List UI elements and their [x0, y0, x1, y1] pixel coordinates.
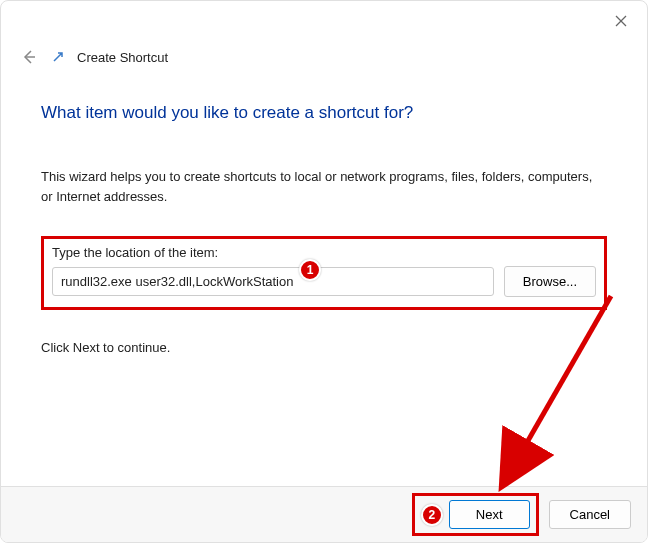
location-input-row: Browse...: [52, 266, 596, 297]
next-button-highlight: 2 Next: [412, 493, 539, 536]
titlebar: Create Shortcut: [1, 1, 647, 75]
location-input[interactable]: [52, 267, 494, 296]
page-heading: What item would you like to create a sho…: [41, 103, 607, 123]
content-area: What item would you like to create a sho…: [1, 75, 647, 375]
annotation-badge-1: 1: [299, 259, 321, 281]
continue-text: Click Next to continue.: [41, 340, 607, 355]
browse-button[interactable]: Browse...: [504, 266, 596, 297]
close-icon: [615, 15, 627, 27]
footer: 2 Next Cancel: [1, 486, 647, 542]
annotation-badge-2: 2: [421, 504, 443, 526]
location-section: Type the location of the item: Browse...: [41, 236, 607, 310]
wizard-description: This wizard helps you to create shortcut…: [41, 167, 607, 206]
close-button[interactable]: [609, 9, 633, 33]
next-button[interactable]: Next: [449, 500, 530, 529]
back-button[interactable]: [19, 47, 39, 67]
shortcut-icon: [51, 50, 65, 64]
window-title: Create Shortcut: [77, 50, 168, 65]
location-label: Type the location of the item:: [52, 245, 596, 260]
cancel-button[interactable]: Cancel: [549, 500, 631, 529]
back-arrow-icon: [21, 49, 37, 65]
